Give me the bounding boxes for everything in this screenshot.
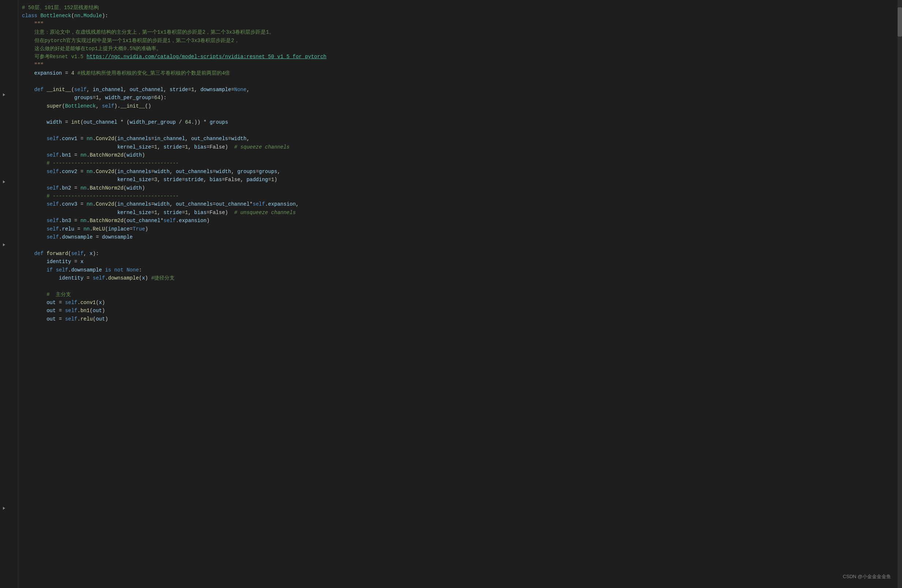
code-line: groups=1, width_per_group=64): [0, 94, 902, 102]
code-line: out = self.conv1(x) [0, 299, 902, 307]
code-line: self.bn3 = nn.BatchNorm2d(out_channel*se… [0, 217, 902, 225]
code-line: # --------------------------------------… [0, 159, 902, 167]
code-line: kernel_size=1, stride=1, bias=False) # u… [0, 208, 902, 217]
code-line: 注意：原论文中，在虚线残差结构的主分支上，第一个1x1卷积层的步距是2，第二个3… [0, 28, 902, 36]
code-line: out = self.bn1(out) [0, 307, 902, 315]
code-line [0, 110, 902, 118]
code-line: def __init__(self, in_channel, out_chann… [0, 86, 902, 94]
code-line: self.conv1 = nn.Conv2d(in_channels=in_ch… [0, 134, 902, 143]
code-line: # 主分支 [0, 291, 902, 299]
fold-arrow-4[interactable] [2, 505, 6, 513]
code-line: def forward(self, x): [0, 250, 902, 258]
code-line: super(Bottleneck, self).__init__() [0, 102, 902, 110]
code-line: identity = x [0, 258, 902, 266]
code-line: kernel_size=3, stride=stride, bias=False… [0, 176, 902, 184]
code-line: # --------------------------------------… [0, 192, 902, 200]
code-line: 但在pytorch官方实现过程中是第一个1x1卷积层的步距是1，第二个3x3卷积… [0, 37, 902, 45]
fold-arrow[interactable] [2, 178, 6, 187]
watermark: CSDN @小金金金金鱼 [843, 573, 891, 581]
code-line: 这么做的好处是能够在top1上提升大概0.5%的准确率。 [0, 45, 902, 53]
gutter [0, 0, 18, 588]
code-line: width = int(out_channel * (width_per_gro… [0, 118, 902, 126]
svg-marker-2 [3, 243, 5, 246]
svg-marker-1 [3, 93, 5, 96]
code-line: """ [0, 61, 902, 69]
code-line: expansion = 4 #残差结构所使用卷积核的变化_第三岑卷积核的个数是前… [0, 69, 902, 77]
code-line: identity = self.downsample(x) #捷径分支 [0, 274, 902, 282]
scrollbar-thumb[interactable] [897, 7, 902, 37]
code-line: self.relu = nn.ReLU(inplace=True) [0, 225, 902, 233]
code-line [0, 78, 902, 86]
code-line: self.bn1 = nn.BatchNorm2d(width) [0, 151, 902, 159]
code-lines: # 50层、101层、152层残差结构 class Bottleneck(nn.… [0, 4, 902, 323]
code-container: # 50层、101层、152层残差结构 class Bottleneck(nn.… [0, 0, 902, 588]
code-line: # 50层、101层、152层残差结构 [0, 4, 902, 12]
code-line: self.downsample = downsample [0, 233, 902, 241]
scrollbar-track[interactable] [897, 0, 902, 588]
code-line [0, 241, 902, 249]
code-line: class Bottleneck(nn.Module): [0, 12, 902, 20]
code-line: 可参考Resnet v1.5 https://ngc.nvidia.com/ca… [0, 53, 902, 61]
code-line [0, 127, 902, 134]
svg-marker-3 [3, 507, 5, 510]
fold-arrow-3[interactable] [2, 241, 6, 250]
code-line: kernel_size=1, stride=1, bias=False) # s… [0, 143, 902, 151]
code-line: """ [0, 20, 902, 28]
code-line: self.conv2 = nn.Conv2d(in_channels=width… [0, 167, 902, 176]
code-line: self.bn2 = nn.BatchNorm2d(width) [0, 184, 902, 192]
code-line: if self.downsample is not None: [0, 266, 902, 274]
code-line: out = self.relu(out) [0, 315, 902, 323]
svg-marker-0 [3, 180, 5, 183]
code-line [0, 282, 902, 290]
fold-arrow-2[interactable] [2, 91, 6, 100]
code-line: self.conv3 = nn.Conv2d(in_channels=width… [0, 200, 902, 208]
